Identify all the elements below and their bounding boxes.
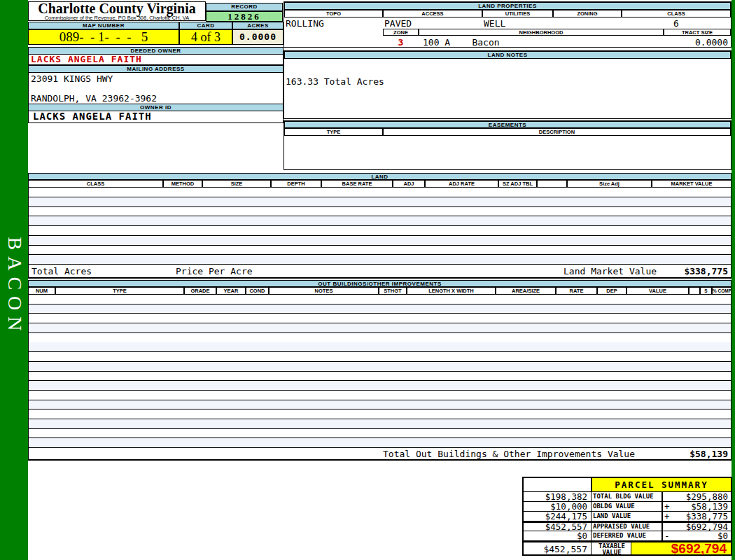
ps-op-obldg: + bbox=[664, 502, 670, 511]
land-notes-text: 163.33 Total Acres bbox=[286, 76, 384, 87]
ob-col-dep: DEP bbox=[597, 287, 626, 295]
ob-col-notes: NOTES bbox=[269, 287, 379, 295]
land-market-value: $338,775 bbox=[684, 266, 728, 276]
neighborhood-header: NEIGHBORHOOD bbox=[419, 29, 664, 36]
ob-col-cond: COND bbox=[246, 287, 269, 295]
vertical-neighborhood-label: BACON bbox=[2, 227, 26, 346]
class-value: 6 bbox=[622, 19, 731, 28]
ob-col-type: TYPE bbox=[55, 287, 184, 295]
ps-prior-bldg: $198,382 bbox=[524, 492, 592, 502]
ps-prior-taxable: $452,557 bbox=[524, 541, 592, 554]
price-per-acre-label: Price Per Acre bbox=[176, 266, 253, 276]
easements-title: EASEMENTS bbox=[284, 121, 731, 128]
parcel-summary-title: PARCEL SUMMARY bbox=[592, 478, 731, 492]
address-line-2: RANDOLPH, VA 23962-3962 bbox=[31, 94, 157, 104]
topo-header: TOPO bbox=[284, 10, 383, 18]
ob-col-year: YEAR bbox=[216, 287, 246, 295]
utilities-value: WELL bbox=[484, 19, 505, 28]
owner-id-value: LACKS ANGELA FAITH bbox=[28, 111, 284, 123]
easements-box: EASEMENTS TYPE DESCRIPTION bbox=[284, 120, 732, 170]
ob-col-grade: GRADE bbox=[184, 287, 216, 295]
ob-col-num: NUM bbox=[28, 287, 55, 295]
deeded-owner-value: LACKS ANGELA FAITH bbox=[28, 55, 284, 65]
ps-label-appraised: APPRAISED VALUE bbox=[592, 522, 662, 531]
ob-col-sthgt: STHGT bbox=[379, 287, 407, 295]
neighborhood-value: 100 A Bacon bbox=[423, 37, 500, 48]
ps-prior-appraised: $452,557 bbox=[524, 522, 592, 531]
ps-header-prior-cell bbox=[524, 478, 592, 492]
land-notes-title: LAND NOTES bbox=[284, 51, 731, 59]
ps-amount-deferred: $0 bbox=[718, 531, 728, 541]
zone-header: ZONE bbox=[383, 29, 419, 36]
total-acres-label: Total Acres bbox=[31, 266, 92, 276]
land-col-adj: ADJ bbox=[393, 180, 425, 188]
ps-op-land: + bbox=[664, 512, 670, 521]
land-notes-box: LAND NOTES 163.33 Total Acres bbox=[284, 50, 732, 119]
land-market-value-label: Land Market Value bbox=[564, 266, 657, 276]
ps-prior-land: $244,175 bbox=[524, 512, 592, 522]
ob-col-rate: RATE bbox=[556, 287, 597, 295]
access-value: PAVED bbox=[384, 19, 412, 28]
land-col-base-rate: BASE RATE bbox=[321, 180, 393, 188]
address-line-1: 23091 KINGS HWY bbox=[29, 73, 283, 84]
acres-label: ACRES bbox=[232, 22, 284, 29]
county-title: Charlotte County Virginia bbox=[29, 2, 205, 15]
access-header: ACCESS bbox=[383, 10, 482, 18]
class-header: CLASS bbox=[622, 10, 731, 18]
ps-label-obldg: OBLDG VALUE bbox=[592, 502, 662, 512]
topo-value: ROLLING bbox=[286, 19, 324, 28]
ob-col-length-width: LENGTH X WIDTH bbox=[407, 287, 496, 295]
land-col-method: METHOD bbox=[163, 180, 202, 188]
land-col-market-value: MARKET VALUE bbox=[652, 180, 732, 188]
ob-col-area-size: AREA/SIZE bbox=[496, 287, 556, 295]
land-col-size-adj: Size Adj bbox=[567, 180, 652, 188]
ob-col-blank bbox=[689, 287, 700, 295]
tract-size-header: TRACT SIZE bbox=[664, 29, 731, 36]
land-col-size: SIZE bbox=[202, 180, 271, 188]
county-subtitle: Commissioner of the Revenue, PO Box 308,… bbox=[29, 15, 205, 21]
card-label: CARD bbox=[179, 22, 232, 29]
land-totals-row: Total Acres Price Per Acre Land Market V… bbox=[28, 265, 732, 279]
county-title-box: Charlotte County Virginia Commissioner o… bbox=[28, 1, 206, 21]
land-col-sz-adj-tbl: SZ ADJ TBL bbox=[498, 180, 537, 188]
ps-label-land: LAND VALUE bbox=[592, 512, 662, 522]
mailing-address-block: 23091 KINGS HWY RANDOLPH, VA 23962-3962 bbox=[28, 73, 284, 104]
map-number-value: 089- - 1- - - 5 bbox=[28, 29, 179, 45]
ob-col-pct-comp: % COMP bbox=[712, 287, 732, 295]
ps-prior-deferred: $0 bbox=[524, 531, 592, 541]
zoning-header: ZONING bbox=[553, 10, 622, 18]
ps-prior-obldg: $10,000 bbox=[524, 502, 592, 512]
land-properties-title: LAND PROPERTIES bbox=[284, 2, 731, 10]
ob-total-value: $58,139 bbox=[690, 449, 728, 459]
land-col-depth: DEPTH bbox=[271, 180, 321, 188]
ps-label-taxable: TAXABLE VALUE bbox=[592, 541, 631, 554]
card-value: 4 of 3 bbox=[179, 29, 232, 45]
tract-size-value: 0.0000 bbox=[664, 37, 728, 48]
easement-type-header: TYPE bbox=[284, 128, 383, 136]
out-buildings-title: OUT BUILDINGS/OTHER IMPROVEMENTS bbox=[28, 280, 732, 287]
ps-value-taxable: $692,794 bbox=[631, 541, 731, 554]
easement-description-header: DESCRIPTION bbox=[383, 128, 731, 136]
record-label: RECORD bbox=[206, 3, 283, 11]
mailing-address-label: MAILING ADDRESS bbox=[28, 65, 284, 73]
ps-label-deferred: DEFERRED VALUE bbox=[592, 531, 662, 541]
ps-value-obldg: + $58,139 bbox=[662, 502, 731, 512]
ob-total-label: Total Out Buildings & Other Improvements… bbox=[383, 449, 635, 459]
ob-totals-row: Total Out Buildings & Other Improvements… bbox=[28, 448, 732, 461]
ob-rows-empty bbox=[28, 295, 732, 448]
land-rows-empty bbox=[28, 188, 732, 265]
property-record-card: BACON Charlotte County Virginia Commissi… bbox=[0, 0, 735, 560]
ps-amount-bldg: $295,880 bbox=[686, 491, 728, 502]
ps-value-land: + $338,775 bbox=[662, 512, 731, 522]
parcel-summary-table: PARCEL SUMMARY $198,382 TOTAL BLDG VALUE… bbox=[522, 477, 732, 556]
ps-value-appraised: $692,794 bbox=[662, 522, 731, 531]
ps-value-bldg: $295,880 bbox=[662, 492, 731, 502]
record-value: 12826 bbox=[206, 11, 283, 22]
acres-value: 0.0000 bbox=[232, 29, 284, 45]
map-number-label: MAP NUMBER bbox=[28, 22, 179, 29]
land-section-title: LAND bbox=[28, 173, 732, 180]
ps-label-bldg: TOTAL BLDG VALUE bbox=[592, 492, 662, 502]
zone-value: 3 bbox=[383, 37, 419, 48]
ps-amount-land: $338,775 bbox=[686, 511, 728, 522]
ob-col-value: VALUE bbox=[626, 287, 689, 295]
